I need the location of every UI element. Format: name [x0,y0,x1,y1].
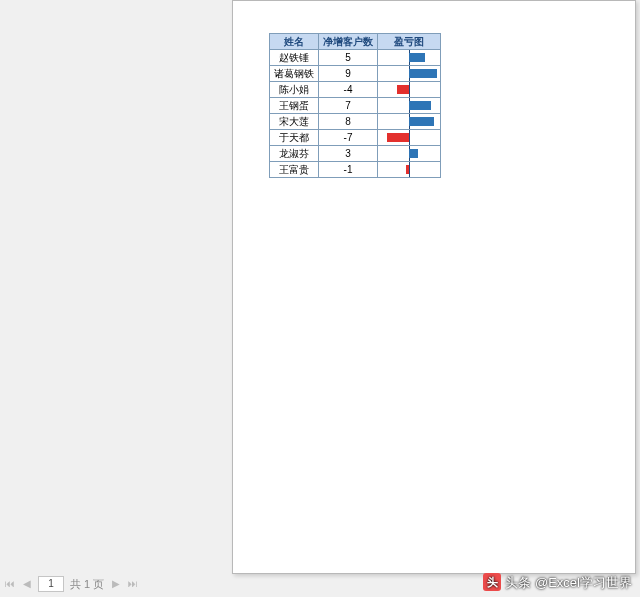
col-header-value: 净增客户数 [319,34,378,50]
bar-positive [409,101,431,110]
cell-winloss-bar [378,114,441,130]
col-header-chart: 盈亏图 [378,34,441,50]
cell-name: 龙淑芬 [270,146,319,162]
cell-winloss-bar [378,162,441,178]
cell-winloss-bar [378,82,441,98]
pager-prev-icon[interactable]: ◀ [21,577,32,591]
cell-name: 王钢蛋 [270,98,319,114]
table-body: 赵铁锤5诸葛钢铁9陈小娟-4王钢蛋7宋大莲8于天都-7龙淑芬3王富贵-1 [270,50,441,178]
data-table: 姓名 净增客户数 盈亏图 赵铁锤5诸葛钢铁9陈小娟-4王钢蛋7宋大莲8于天都-7… [269,33,441,178]
bar-negative [397,85,409,94]
cell-value: -7 [319,130,378,146]
pager-total-label: 共 1 页 [70,579,104,590]
cell-name: 于天都 [270,130,319,146]
cell-name: 诸葛钢铁 [270,66,319,82]
bar-positive [409,149,418,158]
cell-name: 陈小娟 [270,82,319,98]
bar-positive [409,53,425,62]
cell-winloss-bar [378,66,441,82]
cell-value: 9 [319,66,378,82]
table-row: 王钢蛋7 [270,98,441,114]
watermark: 头 头条 @Excel学习世界 [483,573,632,591]
print-preview-page: 姓名 净增客户数 盈亏图 赵铁锤5诸葛钢铁9陈小娟-4王钢蛋7宋大莲8于天都-7… [232,0,636,574]
cell-winloss-bar [378,146,441,162]
table-row: 诸葛钢铁9 [270,66,441,82]
table-row: 赵铁锤5 [270,50,441,66]
table-row: 王富贵-1 [270,162,441,178]
cell-winloss-bar [378,98,441,114]
cell-value: -4 [319,82,378,98]
pager-last-icon[interactable]: ⏭ [127,577,138,591]
bar-axis [409,162,410,177]
bar-axis [409,130,410,145]
table-header-row: 姓名 净增客户数 盈亏图 [270,34,441,50]
cell-value: -1 [319,162,378,178]
bar-axis [409,82,410,97]
pager-current-input[interactable]: 1 [38,576,64,592]
pager-first-icon[interactable]: ⏮ [4,577,15,591]
pager-next-icon[interactable]: ▶ [110,577,121,591]
bar-positive [409,69,437,78]
table-row: 宋大莲8 [270,114,441,130]
col-header-name: 姓名 [270,34,319,50]
cell-name: 宋大莲 [270,114,319,130]
cell-winloss-bar [378,50,441,66]
cell-name: 王富贵 [270,162,319,178]
bar-positive [409,117,434,126]
cell-value: 8 [319,114,378,130]
table-row: 陈小娟-4 [270,82,441,98]
cell-winloss-bar [378,130,441,146]
pager-bar: ⏮ ◀ 1 共 1 页 ▶ ⏭ [4,575,138,593]
watermark-handle: @Excel学习世界 [535,576,632,589]
table-row: 龙淑芬3 [270,146,441,162]
watermark-prefix: 头条 [505,576,531,589]
watermark-icon: 头 [483,573,501,591]
bar-negative [406,165,409,174]
bar-negative [387,133,409,142]
table-row: 于天都-7 [270,130,441,146]
cell-name: 赵铁锤 [270,50,319,66]
cell-value: 3 [319,146,378,162]
cell-value: 7 [319,98,378,114]
cell-value: 5 [319,50,378,66]
